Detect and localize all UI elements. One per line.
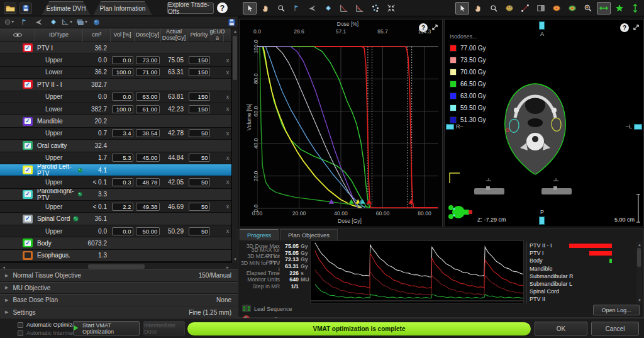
objective-priority-input[interactable]: 150 xyxy=(189,68,211,76)
objective-dose-input[interactable]: 38.54 xyxy=(136,129,160,137)
dose-wash-icon[interactable] xyxy=(550,2,564,14)
open-plan-icon[interactable] xyxy=(4,3,16,14)
objective-row[interactable]: Upper0.00.063.0063.81150x xyxy=(0,91,231,103)
save-objectives-icon[interactable] xyxy=(226,17,238,27)
structure-visibility-checkbox[interactable]: ✓ xyxy=(23,215,33,223)
sphere-icon[interactable] xyxy=(91,17,103,27)
structure-row[interactable]: ✓Parotid Left-PTV4.1 xyxy=(0,164,231,176)
tab-plan-objectives[interactable]: Plan Objectives xyxy=(280,229,338,240)
dvh-line-icon[interactable] xyxy=(337,2,351,14)
objective-dose-input[interactable]: 71.00 xyxy=(136,68,160,76)
dose-wash2-icon[interactable] xyxy=(565,2,579,14)
explore-trade-offs-button[interactable]: Explore Trade-Offs xyxy=(167,3,214,14)
structure-row[interactable]: ✓Mandible20.2 xyxy=(0,115,231,127)
delete-objective-button[interactable]: x xyxy=(224,225,231,237)
magnifier-icon[interactable] xyxy=(274,2,288,14)
dvh-plot[interactable] xyxy=(257,46,438,210)
hand-icon[interactable] xyxy=(258,2,272,14)
revert-dropdown-icon[interactable] xyxy=(4,17,16,27)
objective-vol-input[interactable]: 2.2 xyxy=(112,203,134,211)
objective-priority-input[interactable]: 50 xyxy=(189,154,211,162)
section-normal-tissue-objective[interactable]: ▶Normal Tissue Objective150/Manual xyxy=(0,269,238,282)
open-log-button[interactable]: Open Log... xyxy=(593,305,640,315)
objective-vol-input[interactable]: 0.0 xyxy=(112,227,134,235)
star-icon[interactable] xyxy=(613,2,626,14)
delete-objective-button[interactable]: x xyxy=(224,176,231,188)
leaf-sequence-row[interactable]: Leaf Sequence xyxy=(242,305,292,313)
fit-icon[interactable] xyxy=(384,2,398,14)
slice-slider-left[interactable] xyxy=(446,124,454,130)
structure-row[interactable]: ✓PTV I36.2 xyxy=(0,42,231,54)
objective-row[interactable]: Upper0.00.073.0075.05150x xyxy=(0,54,231,66)
structure-visibility-checkbox[interactable]: ✓ xyxy=(23,190,33,199)
structure-visibility-checkbox[interactable]: ✓ xyxy=(23,239,33,247)
move-v-icon[interactable] xyxy=(628,2,642,14)
section-base-dose-plan[interactable]: ▶Base Dose PlanNone xyxy=(0,294,238,307)
cursor-icon[interactable] xyxy=(243,2,257,14)
slice-slider-top[interactable] xyxy=(539,21,545,30)
objective-vol-input[interactable]: 5.3 xyxy=(112,154,134,162)
structure-row[interactable]: ✓ParotidRight-PTV3.3 xyxy=(0,189,231,201)
objective-vol-input[interactable]: 0.3 xyxy=(112,178,134,186)
ruler-icon[interactable] xyxy=(518,2,532,14)
objective-vol-input[interactable]: 100.0 xyxy=(112,68,134,76)
structure-legend-item[interactable]: Spinal Cord xyxy=(530,288,637,295)
flag-icon[interactable] xyxy=(18,17,30,27)
slice-slider-bottom[interactable] xyxy=(539,217,545,225)
move-h-icon[interactable] xyxy=(597,2,611,14)
objective-vol-input[interactable]: 0.0 xyxy=(112,93,134,101)
dvh-line2-icon[interactable] xyxy=(353,2,367,14)
structure-legend-item[interactable]: PTV II xyxy=(530,295,637,303)
cursor-icon[interactable] xyxy=(455,2,469,14)
objective-row[interactable]: Lower382.7100.061.0042.23150x xyxy=(0,103,231,115)
diamond-icon[interactable] xyxy=(47,17,59,27)
magnifier-icon[interactable] xyxy=(487,2,501,14)
objective-dose-input[interactable]: 50.00 xyxy=(136,227,160,235)
dart-icon[interactable] xyxy=(306,2,319,14)
help-icon[interactable]: ? xyxy=(217,3,228,13)
structure-visibility-checkbox[interactable] xyxy=(23,251,33,260)
chart-dropdown-icon[interactable] xyxy=(62,17,74,27)
zoom-struct-icon[interactable] xyxy=(581,2,595,14)
table-vertical-scrollbar[interactable]: ▲▼ xyxy=(231,28,238,262)
structure-row[interactable]: ✓Spinal Cord36.1 xyxy=(0,213,231,225)
structure-legend-item[interactable]: PTV II - I xyxy=(530,242,637,249)
delete-objective-button[interactable]: x xyxy=(224,54,231,65)
structure-row[interactable]: ✓Oral cavity32.4 xyxy=(0,140,231,152)
section-settings[interactable]: ▶SettingsFine (1.25 mm) xyxy=(0,307,238,319)
objective-function-chart[interactable] xyxy=(310,240,524,303)
objective-vol-input[interactable]: 3.4 xyxy=(112,129,134,137)
structure-visibility-checkbox[interactable]: ✓ xyxy=(23,117,33,126)
auto-intermediate-checkbox[interactable] xyxy=(18,330,23,336)
objective-row[interactable]: Upper1.75.345.0044.8450x xyxy=(0,152,231,164)
delete-objective-button[interactable]: x xyxy=(224,91,231,103)
objective-dose-input[interactable]: 45.00 xyxy=(136,154,160,162)
dart-icon[interactable] xyxy=(33,17,45,27)
scatter-icon[interactable] xyxy=(369,2,382,14)
objective-dose-input[interactable]: 73.00 xyxy=(136,56,160,64)
section-mu-objective[interactable]: ▶MU Objective xyxy=(0,282,238,295)
save-plan-icon[interactable] xyxy=(19,3,32,14)
structure-row[interactable]: Esophagus.1.3 xyxy=(0,250,231,262)
delete-objective-button[interactable]: x xyxy=(224,152,231,164)
objective-priority-input[interactable]: 150 xyxy=(189,93,211,101)
objective-row[interactable]: Lower36.2100.071.0063.31150x xyxy=(0,67,231,79)
objective-priority-input[interactable]: 50 xyxy=(189,203,211,211)
intermediate-dose-button[interactable]: Intermediate Dose xyxy=(143,321,185,335)
slice-slider-right[interactable] xyxy=(634,124,642,130)
objective-priority-input[interactable]: 50 xyxy=(189,178,211,186)
objective-priority-input[interactable]: 50 xyxy=(189,227,211,235)
layers-dropdown-icon[interactable] xyxy=(76,17,88,27)
objective-priority-input[interactable]: 150 xyxy=(189,56,211,64)
start-vmat-optimization-button[interactable]: Start VMAT Optimization xyxy=(73,321,140,335)
structure-row[interactable]: ✓Body6073.2 xyxy=(0,237,231,249)
structure-legend-item[interactable]: PTV I xyxy=(530,249,637,257)
tab-progress[interactable]: Progress xyxy=(240,229,279,240)
objective-dose-input[interactable]: 49.38 xyxy=(136,203,160,211)
structure-legend-item[interactable]: Submandibular L xyxy=(530,280,637,288)
objective-dose-input[interactable]: 63.00 xyxy=(136,93,160,101)
structure-legend-item[interactable]: Body xyxy=(530,257,637,264)
structure-visibility-checkbox[interactable]: ✓ xyxy=(23,141,33,150)
structure-legend-item[interactable]: Submandibular R xyxy=(530,273,637,280)
structure-visibility-checkbox[interactable]: ✓ xyxy=(23,166,33,174)
